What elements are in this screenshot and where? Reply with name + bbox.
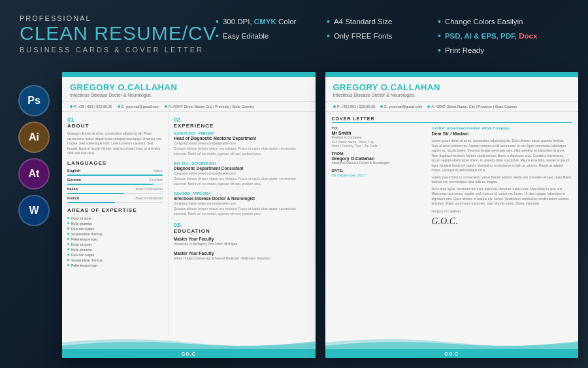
- cover-name-section: GREGORY O.CALLAHAN Infectious Disease Do…: [325, 77, 579, 102]
- edu-entry-2: Master Your Faculty Johns Hopkins Univer…: [174, 251, 310, 260]
- feature-bullet-4: •: [216, 31, 219, 41]
- cover-name: GREGORY O.CALLAHAN: [333, 82, 571, 92]
- illustrator-icon: Ai: [18, 122, 50, 153]
- cover-body-para2: Lorem ipsum dolor in consectetur, varius…: [432, 175, 572, 185]
- features-list: • 300 DPI, CMYK Color • A4 Standard Size…: [216, 14, 581, 58]
- contact-dot-3: [165, 105, 167, 108]
- cover-to-position: Position in Company: [332, 135, 428, 139]
- feature-bullet-2: •: [327, 16, 330, 27]
- cover-right-col: Job Ref: Advertised Position within Comp…: [432, 126, 572, 227]
- cover-name-accent: CALLAHAN: [391, 82, 440, 92]
- expertise-item: Nulla pharetra: [67, 247, 163, 252]
- feature-fonts: • Only FREE Fonts: [327, 29, 438, 43]
- word-icon: W: [18, 195, 50, 226]
- cover-from-name: Gregory O.Callahan: [332, 156, 428, 161]
- aftereffects-icon: At: [18, 158, 50, 190]
- cover-footer-text: GO.C: [444, 352, 459, 356]
- language-item-french: French Basic Professional: [67, 196, 163, 203]
- resume-name-accent: CALLAHAN: [127, 82, 177, 92]
- cover-signature: G.O.C.: [432, 216, 572, 227]
- feature-bullet-7: •: [438, 45, 441, 56]
- resume-job-title: Infectious Disease Doctor & Neurologist.: [70, 93, 308, 97]
- cover-body: COVER LETTER TO: Mr Smith Position in Co…: [325, 112, 579, 336]
- cover-date-section: DATE: 06 September 2017: [332, 169, 428, 177]
- resume-header-bar: [62, 72, 316, 77]
- exp-entry-2: MAY 2012 - OCTOBER 2014 Diagnostic Depar…: [174, 161, 310, 186]
- cover-from-section: FROM: Gregory O.Callahan Infectious Dise…: [332, 152, 428, 165]
- cover-salutation: Dear Sir / Madam: [432, 131, 572, 136]
- cover-to-label: TO:: [332, 126, 428, 130]
- about-text: Quisque ultrices sit amet, consectetur a…: [67, 131, 163, 156]
- feature-formats: • PSD, AI & EPS, PDF, Docx: [438, 29, 581, 43]
- resume-wave: [62, 336, 316, 349]
- cover-email: E: yourmail@gmail.com: [380, 105, 422, 109]
- preview-cards: GREGORY O.CALLAHAN Infectious Disease Do…: [62, 72, 578, 358]
- feature-dpi: • 300 DPI, CMYK Color: [216, 14, 327, 29]
- cover-to-address: 123 Street Name, Town / City,State / Cou…: [332, 140, 428, 148]
- exp-entry-1: AUGUST 2017 - PRESENT Head of Diagnostic…: [174, 131, 310, 156]
- cover-two-col: TO: Mr Smith Position in Company 123 Str…: [332, 126, 572, 227]
- cover-contact-dot-3: [427, 105, 430, 108]
- feature-print: • Print Ready: [438, 43, 581, 58]
- edu-num: 03.: [174, 222, 310, 228]
- title-accent: CV: [188, 22, 217, 44]
- cover-contact-dot: [333, 105, 336, 108]
- cover-body-para3: Nunc ante ligula, hendrerit nec risus eu…: [432, 187, 572, 207]
- resume-footer: GO.C: [62, 349, 316, 358]
- cover-name-main: GREGORY O.: [333, 82, 391, 92]
- about-num: 01.: [67, 116, 163, 123]
- expertise-section: AREAS OF EXPERTISE Dolor sit amet Nulla …: [67, 207, 163, 268]
- cover-date-value: 06 September 2017: [332, 173, 428, 177]
- cover-body-para1: Lorem ipsum dolor sit amet, consectetur …: [432, 139, 572, 173]
- edu-title: EDUCATION: [174, 228, 310, 234]
- feature-a4: • A4 Standard Size: [327, 14, 438, 29]
- cover-wave: [325, 336, 579, 349]
- resume-address: A: 43947 Street Name, City | Province | …: [165, 105, 254, 109]
- language-item-english: English Native: [67, 169, 163, 176]
- resume-left-col: 01. ABOUT Quisque ultrices sit amet, con…: [62, 112, 169, 336]
- cover-from-title: Infectious Disease Doctor & Neurologist: [332, 161, 428, 165]
- cover-contact-row: P: +39 | 891 | 522.80.20 E: yourmail@gma…: [325, 102, 579, 112]
- exp-entry-3: JULY 2009 - APRIL 2014 Infectious Diseas…: [174, 192, 310, 216]
- feature-bullet-5: •: [327, 31, 330, 41]
- title-main: CLEAN RESUME/: [20, 22, 188, 44]
- education-section: 03. EDUCATION Master Your Faculty Univer…: [174, 222, 310, 260]
- resume-right-col: 02. EXPERIENCE AUGUST 2017 - PRESENT Hea…: [169, 112, 316, 336]
- expertise-item: Duis non augue: [67, 226, 163, 231]
- feature-colors: • Change Colors Easilyin: [438, 14, 581, 29]
- resume-email: E: yourmail@gmail.com: [118, 105, 159, 109]
- cover-phone: P: +39 | 891 | 522.80.20: [333, 105, 376, 109]
- contact-dot-2: [118, 105, 120, 108]
- software-icons: Ps Ai At W: [18, 85, 50, 226]
- cover-job-title: Infectious Disease Doctor & Neurologist.: [333, 93, 571, 97]
- cover-footer: GO.C: [325, 349, 579, 358]
- feature-editable: • Easy Editable: [216, 29, 327, 43]
- contact-dot: [70, 105, 73, 108]
- languages-section: LANGUAGES English Native German Excellen…: [67, 160, 163, 203]
- cover-left-col: TO: Mr Smith Position in Company 123 Str…: [332, 126, 428, 227]
- feature-bullet-6: •: [438, 31, 441, 41]
- resume-name-section: GREGORY O.CALLAHAN Infectious Disease Do…: [62, 77, 316, 102]
- resume-name: GREGORY O.CALLAHAN: [70, 82, 308, 92]
- cover-signature-section: Gregory O.Callahan G.O.C.: [432, 209, 572, 227]
- feature-bullet-3: •: [438, 16, 441, 27]
- expertise-item: Pellentesque eget: [67, 263, 163, 268]
- exp-title: EXPERIENCE: [174, 123, 310, 129]
- expertise-item: Dolor sit amet: [67, 216, 163, 221]
- expertise-item: Pellentesque eget: [67, 237, 163, 242]
- cover-address: A: 43947 Street Name, City | Province | …: [427, 105, 517, 109]
- expertise-item: Dolor sit amet: [67, 242, 163, 247]
- expertise-item: Nulla pharetra: [67, 221, 163, 226]
- cover-letter-label: COVER LETTER: [332, 116, 572, 123]
- language-item-italian: Italian Basic Professional: [67, 187, 163, 194]
- expertise-title: AREAS OF EXPERTISE: [67, 207, 163, 213]
- cover-to-name: Mr Smith: [332, 131, 428, 135]
- exp-num: 02.: [174, 116, 310, 123]
- resume-phone: P: +39 | 891 | 522.80.20: [70, 105, 112, 109]
- edu-entry-1: Master Your Faculty University of Michig…: [174, 237, 310, 246]
- resume-contact-row: P: +39 | 891 | 522.80.20 E: yourmail@gma…: [62, 102, 316, 112]
- resume-footer-text: GO.C: [182, 352, 196, 356]
- resume-card: GREGORY O.CALLAHAN Infectious Disease Do…: [62, 72, 316, 358]
- features-grid: • 300 DPI, CMYK Color • A4 Standard Size…: [216, 14, 581, 58]
- feature-bullet: •: [216, 16, 219, 27]
